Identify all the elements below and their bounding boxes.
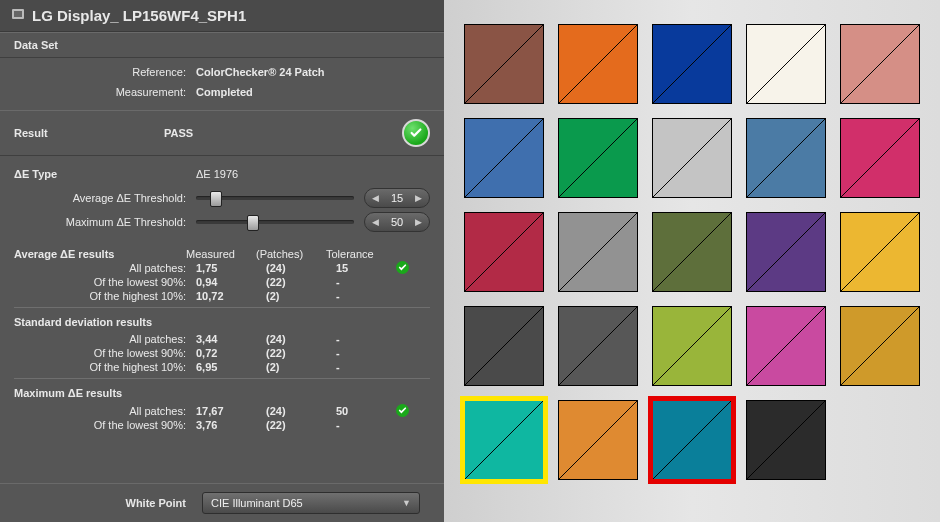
color-swatch[interactable] xyxy=(746,118,826,198)
row-patches: (2) xyxy=(266,361,336,373)
app-window: LG Display_ LP156WF4_SPH1 Data Set Refer… xyxy=(0,0,940,522)
stepper-left-icon[interactable]: ◀ xyxy=(369,217,382,227)
row-tolerance: 50 xyxy=(336,405,396,417)
row-measured: 0,94 xyxy=(196,276,266,288)
result-label: Result xyxy=(14,127,164,139)
row-measured: 17,67 xyxy=(196,405,266,417)
page-title: LG Display_ LP156WF4_SPH1 xyxy=(32,7,246,24)
avg-results-heading: Average ΔE results xyxy=(14,248,186,260)
table-row: Of the highest 10%:6,95(2)- xyxy=(0,360,444,374)
max-threshold-row: Maximum ΔE Threshold: ◀ 50 ▶ xyxy=(14,212,430,232)
table-row: Of the lowest 90%:3,76(22)- xyxy=(0,418,444,432)
max-results-heading: Maximum ΔE results xyxy=(0,383,444,403)
measurement-label: Measurement: xyxy=(14,86,196,98)
row-patches: (24) xyxy=(266,333,336,345)
stepper-right-icon[interactable]: ▶ xyxy=(412,217,425,227)
white-point-value: CIE Illuminant D65 xyxy=(211,497,303,509)
color-swatch[interactable] xyxy=(464,212,544,292)
row-label: Of the lowest 90%: xyxy=(14,419,196,431)
white-point-dropdown[interactable]: CIE Illuminant D65 ▼ xyxy=(202,492,420,514)
color-swatch[interactable] xyxy=(840,212,920,292)
row-measured: 3,76 xyxy=(196,419,266,431)
avg-threshold-value: 15 xyxy=(387,192,407,204)
color-swatch[interactable] xyxy=(558,400,638,480)
color-swatch[interactable] xyxy=(464,306,544,386)
detype-label: ΔE Type xyxy=(14,168,104,180)
row-patches: (24) xyxy=(266,262,336,274)
row-label: Of the lowest 90%: xyxy=(14,276,196,288)
color-swatch[interactable] xyxy=(746,212,826,292)
color-swatch[interactable] xyxy=(652,306,732,386)
row-tolerance: - xyxy=(336,347,396,359)
table-row: All patches:17,67(24)50 xyxy=(0,403,444,418)
max-threshold-value: 50 xyxy=(387,216,407,228)
result-value: PASS xyxy=(164,127,402,139)
avg-results-rows: All patches:1,75(24)15Of the lowest 90%:… xyxy=(0,260,444,303)
row-measured: 10,72 xyxy=(196,290,266,302)
swatch-grid xyxy=(444,0,940,522)
col-tolerance: Tolerance xyxy=(326,248,386,260)
pass-icon xyxy=(402,119,430,147)
max-threshold-slider[interactable] xyxy=(196,220,354,224)
avg-threshold-row: Average ΔE Threshold: ◀ 15 ▶ xyxy=(14,188,430,208)
result-row: Result PASS xyxy=(0,110,444,156)
color-swatch[interactable] xyxy=(464,118,544,198)
max-threshold-label: Maximum ΔE Threshold: xyxy=(14,216,196,228)
section-dataset-body: Reference: ColorChecker® 24 Patch Measur… xyxy=(0,58,444,110)
color-swatch[interactable] xyxy=(558,306,638,386)
avg-threshold-slider[interactable] xyxy=(196,196,354,200)
row-patches: (22) xyxy=(266,347,336,359)
avg-threshold-label: Average ΔE Threshold: xyxy=(14,192,196,204)
row-label: Of the highest 10%: xyxy=(14,361,196,373)
color-swatch[interactable] xyxy=(652,400,732,480)
color-swatch[interactable] xyxy=(746,400,826,480)
row-tolerance: - xyxy=(336,361,396,373)
row-measured: 0,72 xyxy=(196,347,266,359)
profile-icon xyxy=(10,6,26,25)
row-label: All patches: xyxy=(14,262,196,274)
row-tolerance: - xyxy=(336,333,396,345)
max-threshold-stepper[interactable]: ◀ 50 ▶ xyxy=(364,212,430,232)
color-swatch[interactable] xyxy=(652,24,732,104)
chevron-down-icon: ▼ xyxy=(402,498,411,508)
std-results-heading: Standard deviation results xyxy=(0,312,444,332)
row-measured: 3,44 xyxy=(196,333,266,345)
row-label: All patches: xyxy=(14,405,196,417)
section-detype: ΔE Type ΔE 1976 Average ΔE Threshold: ◀ … xyxy=(0,156,444,244)
stepper-left-icon[interactable]: ◀ xyxy=(369,193,382,203)
color-swatch[interactable] xyxy=(746,24,826,104)
color-swatch[interactable] xyxy=(464,24,544,104)
table-row: All patches:1,75(24)15 xyxy=(0,260,444,275)
row-label: Of the lowest 90%: xyxy=(14,347,196,359)
col-measured: Measured xyxy=(186,248,256,260)
divider xyxy=(14,378,430,379)
color-swatch[interactable] xyxy=(840,306,920,386)
row-measured: 6,95 xyxy=(196,361,266,373)
measurement-value: Completed xyxy=(196,86,253,98)
section-dataset-heading: Data Set xyxy=(0,32,444,58)
color-swatch[interactable] xyxy=(840,118,920,198)
row-tolerance: - xyxy=(336,419,396,431)
color-swatch[interactable] xyxy=(558,118,638,198)
divider xyxy=(14,307,430,308)
color-swatch[interactable] xyxy=(652,118,732,198)
color-swatch[interactable] xyxy=(558,24,638,104)
table-row: All patches:3,44(24)- xyxy=(0,332,444,346)
table-row: Of the lowest 90%:0,94(22)- xyxy=(0,275,444,289)
reference-label: Reference: xyxy=(14,66,196,78)
stepper-right-icon[interactable]: ▶ xyxy=(412,193,425,203)
color-swatch[interactable] xyxy=(840,24,920,104)
row-patches: (22) xyxy=(266,419,336,431)
table-header: Average ΔE results Measured (Patches) To… xyxy=(0,248,444,260)
color-swatch[interactable] xyxy=(746,306,826,386)
row-measured: 1,75 xyxy=(196,262,266,274)
table-row: Of the highest 10%:10,72(2)- xyxy=(0,289,444,303)
std-results-rows: All patches:3,44(24)-Of the lowest 90%:0… xyxy=(0,332,444,374)
color-swatch[interactable] xyxy=(558,212,638,292)
table-row: Of the lowest 90%:0,72(22)- xyxy=(0,346,444,360)
color-swatch[interactable] xyxy=(652,212,732,292)
color-swatch[interactable] xyxy=(464,400,544,480)
info-panel: LG Display_ LP156WF4_SPH1 Data Set Refer… xyxy=(0,0,444,522)
col-patches: (Patches) xyxy=(256,248,326,260)
avg-threshold-stepper[interactable]: ◀ 15 ▶ xyxy=(364,188,430,208)
